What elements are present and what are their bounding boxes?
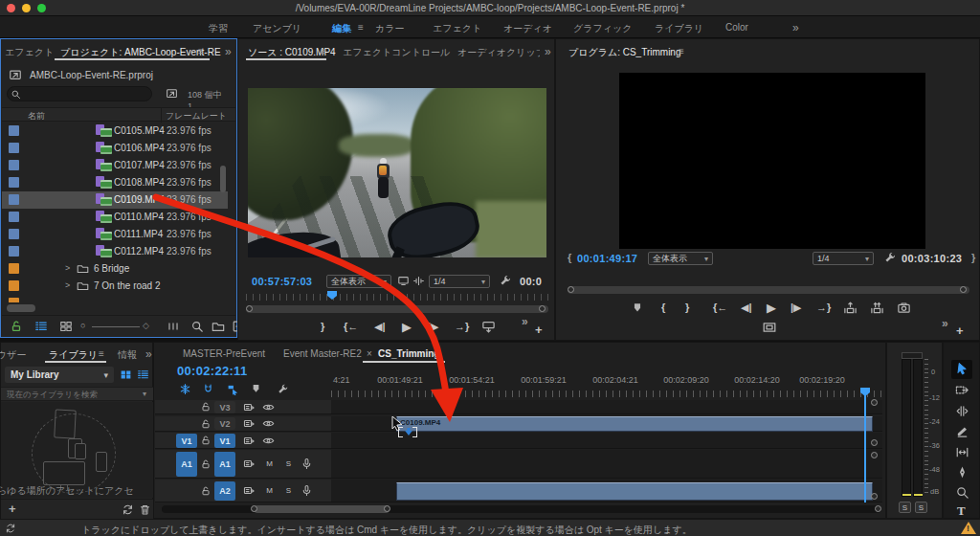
program-video-preview[interactable] bbox=[619, 73, 925, 249]
track-solo-button[interactable]: S bbox=[281, 484, 296, 497]
source-resolution-dropdown[interactable]: 1/4 ▾ bbox=[429, 275, 490, 288]
source-timecode[interactable]: 00:57:57:03 bbox=[252, 276, 312, 287]
table-row[interactable]: C0108.MP4 23.976 fps bbox=[2, 174, 228, 191]
source-fit-dropdown[interactable]: 全体表示 ▾ bbox=[326, 275, 391, 288]
clip-name[interactable]: C0111.MP4 bbox=[114, 229, 163, 239]
workspace-tab-assembly[interactable]: アセンブリ bbox=[253, 22, 301, 35]
folder-name[interactable]: 7 On the road 2 bbox=[94, 280, 161, 291]
column-divider[interactable] bbox=[161, 108, 162, 123]
project-breadcrumb[interactable]: AMBC-Loop-Event-RE.prproj bbox=[30, 70, 153, 80]
source-patch-v1[interactable]: V1 bbox=[176, 434, 197, 448]
workspace-tab-effects[interactable]: エフェクト bbox=[433, 22, 481, 35]
timeline-clip-audio[interactable] bbox=[396, 482, 873, 501]
step-back-button[interactable]: ◀| bbox=[741, 302, 752, 314]
label-swatch[interactable] bbox=[9, 212, 19, 222]
scrollbar-left-handle[interactable] bbox=[246, 305, 253, 312]
nest-toggle-icon[interactable] bbox=[179, 383, 191, 395]
h-scroll-handle-right[interactable] bbox=[384, 505, 390, 512]
timeline-clip-video[interactable]: C0109.MP4 bbox=[396, 416, 873, 432]
table-row[interactable]: C0111.MP4 23.976 fps bbox=[2, 226, 228, 243]
timeline-menu-icon[interactable]: ≡ bbox=[434, 348, 439, 359]
track-mute-button[interactable]: M bbox=[262, 458, 277, 470]
workspace-tab-libraries[interactable]: ライブラリ bbox=[655, 22, 703, 35]
source-more-buttons-icon[interactable]: » bbox=[522, 315, 528, 328]
timeline-settings-wrench-icon[interactable] bbox=[277, 383, 289, 395]
tab-effects-panel[interactable]: エフェクト bbox=[5, 46, 54, 59]
mark-in-button[interactable]: { bbox=[661, 302, 665, 313]
workspace-overflow-icon[interactable]: » bbox=[792, 21, 799, 34]
track-mute-button[interactable]: M bbox=[262, 484, 277, 497]
folder-name[interactable]: 6 Bridge bbox=[94, 263, 129, 274]
track-lock-icon[interactable] bbox=[200, 435, 212, 446]
tab-effect-controls[interactable]: エフェクトコントロール bbox=[343, 46, 450, 59]
tab-program[interactable]: プログラム: CS_Trimming bbox=[568, 46, 680, 59]
project-panel-overflow-icon[interactable]: » bbox=[225, 45, 232, 58]
library-panel-menu-icon[interactable]: ≡ bbox=[99, 348, 104, 359]
solo-left-button[interactable]: S bbox=[899, 502, 911, 513]
comparison-view-button-icon[interactable] bbox=[762, 320, 777, 335]
selection-tool-icon[interactable] bbox=[955, 362, 969, 376]
track-visibility-eye-icon[interactable] bbox=[262, 401, 275, 413]
zoom-tool-icon[interactable] bbox=[955, 485, 969, 500]
pen-tool-icon[interactable] bbox=[955, 465, 969, 480]
scrollbar-right-handle[interactable] bbox=[960, 286, 967, 293]
workspace-tab-graphics[interactable]: グラフィック bbox=[573, 22, 632, 35]
track-target-a1[interactable]: A1 bbox=[214, 452, 235, 477]
table-row[interactable]: C0106.MP4 23.976 fps bbox=[2, 140, 228, 157]
bin-filter-icon[interactable] bbox=[166, 87, 178, 100]
chevron-down-icon[interactable]: ▾ bbox=[143, 390, 146, 398]
program-resolution-dropdown[interactable]: 1/4 ▾ bbox=[813, 252, 874, 265]
track-lock-icon[interactable] bbox=[200, 485, 212, 497]
track-targeting-icon[interactable] bbox=[243, 417, 256, 430]
label-swatch[interactable] bbox=[9, 298, 19, 302]
linked-selection-icon[interactable] bbox=[227, 383, 239, 395]
source-panel-menu-icon[interactable]: ≡ bbox=[321, 46, 326, 56]
track-targeting-icon[interactable] bbox=[243, 435, 256, 447]
track-target-v3[interactable]: V3 bbox=[214, 401, 235, 413]
label-swatch[interactable] bbox=[9, 160, 19, 170]
column-name[interactable]: 名前 bbox=[28, 110, 45, 123]
label-swatch[interactable] bbox=[9, 280, 19, 291]
tab-libraries[interactable]: ライブラリ bbox=[49, 348, 98, 362]
add-content-icon[interactable]: + bbox=[9, 502, 16, 516]
program-scrollbar[interactable] bbox=[568, 286, 969, 294]
source-mini-ruler[interactable] bbox=[246, 294, 548, 301]
writable-unlock-icon[interactable] bbox=[10, 320, 23, 333]
find-icon[interactable] bbox=[190, 320, 204, 333]
add-button-icon[interactable]: + bbox=[956, 324, 964, 338]
source-overflow-icon[interactable]: » bbox=[545, 45, 551, 58]
list-vertical-scrollbar[interactable] bbox=[220, 166, 226, 192]
label-swatch[interactable] bbox=[9, 246, 19, 257]
add-button-icon[interactable]: + bbox=[535, 323, 543, 337]
track-target-v1[interactable]: V1 bbox=[214, 434, 235, 448]
workspace-editing-menu-icon[interactable]: ≡ bbox=[358, 22, 364, 33]
drag-video-only-icon[interactable] bbox=[397, 275, 410, 287]
step-back-button[interactable]: ◀| bbox=[374, 321, 386, 333]
h-scroll-handle-left[interactable] bbox=[251, 505, 257, 512]
clip-name[interactable]: C0107.MP4 bbox=[114, 160, 165, 170]
scrollbar-right-handle[interactable] bbox=[539, 305, 546, 312]
library-select[interactable]: My Library ▾ bbox=[5, 367, 114, 383]
v-scroll-handle-4[interactable] bbox=[871, 493, 878, 500]
play-button[interactable]: ▶ bbox=[402, 320, 412, 334]
project-search-input[interactable] bbox=[23, 88, 147, 100]
table-row-selected[interactable]: C0109.MP4 23.976 fps bbox=[2, 191, 228, 209]
goto-out-button[interactable]: →} bbox=[816, 302, 831, 313]
tab-sequence-event-master[interactable]: Event Master-RE2 bbox=[283, 348, 362, 359]
track-target-v2[interactable]: V2 bbox=[214, 417, 235, 430]
list-horizontal-scrollbar[interactable] bbox=[7, 304, 35, 312]
workspace-tab-audio[interactable]: オーディオ bbox=[503, 22, 552, 35]
source-patch-a1[interactable]: A1 bbox=[176, 452, 197, 477]
lift-button-icon[interactable] bbox=[843, 301, 858, 315]
clip-name[interactable]: C0108.MP4 bbox=[114, 177, 165, 188]
table-row[interactable]: C0112.MP4 23.976 fps bbox=[2, 243, 228, 260]
goto-out-button[interactable]: →} bbox=[455, 321, 469, 332]
folder-row[interactable]: > 6 Bridge bbox=[2, 260, 228, 278]
track-lock-icon[interactable] bbox=[200, 401, 212, 413]
program-timecode[interactable]: 00:01:49:17 bbox=[577, 253, 637, 264]
tab-sequence-master-preevent[interactable]: MASTER-PreEvent bbox=[183, 348, 265, 359]
bin-up-icon[interactable] bbox=[9, 68, 22, 81]
tab-sequence-cs-trimming[interactable]: CS_Trimming bbox=[378, 348, 439, 359]
program-more-buttons-icon[interactable]: » bbox=[942, 317, 948, 330]
goto-in-button[interactable]: {← bbox=[344, 321, 358, 332]
